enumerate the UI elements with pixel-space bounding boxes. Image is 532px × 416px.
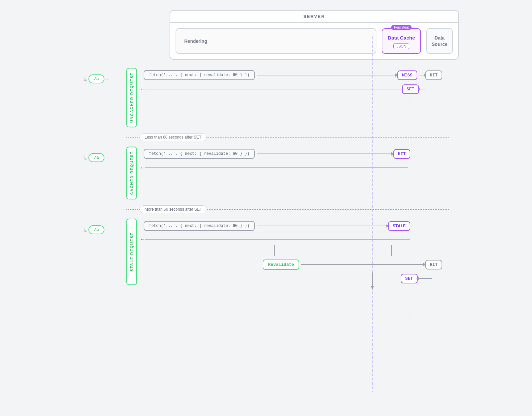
revalidate-badge: Revalidate	[263, 260, 299, 270]
cached-row-2: ←	[141, 161, 449, 174]
stale-flows: fetch('...', { next: { revalidate: 60 } …	[137, 219, 449, 285]
stale-row-1: fetch('...', { next: { revalidate: 60 } …	[141, 219, 449, 233]
stale-request-label: STALE REQUEST	[126, 219, 137, 285]
route-pill-2: /a	[88, 153, 104, 162]
arrow-to-box-1: →	[106, 76, 108, 82]
uncached-row-1: fetch('...', { next: { revalidate: 60 } …	[141, 68, 449, 82]
hit-badge-1: HIT	[425, 70, 442, 80]
fetch-pill-2: fetch('...', { next: { revalidate: 60 } …	[144, 149, 255, 159]
uncached-flows: fetch('...', { next: { revalidate: 60 } …	[137, 68, 449, 96]
fetch-pill-1: fetch('...', { next: { revalidate: 60 } …	[144, 70, 255, 80]
rendering-label: Rendering	[184, 39, 207, 44]
data-cache-title: Data Cache	[388, 35, 415, 41]
stale-badge: STALE	[388, 221, 410, 231]
uncached-row-2: ← SET	[141, 82, 449, 96]
separator-1: Less than 60 seconds after SET	[126, 133, 449, 141]
stale-row-2: ←	[141, 233, 449, 245]
uncached-request-label: UNCACHED REQUEST	[126, 68, 137, 127]
cached-row-1: fetch('...', { next: { revalidate: 60 } …	[141, 147, 449, 161]
uncached-section: ↳ /a → UNCACHED REQUEST fetch('...', { n…	[83, 68, 449, 127]
hit-badge-3: HIT	[425, 260, 442, 269]
arrow-to-box-3: →	[106, 227, 108, 233]
arrow-to-box-2: →	[106, 155, 108, 160]
svg-marker-3	[371, 286, 374, 290]
stale-row-4: SET	[141, 272, 449, 285]
cached-request-label: CACHED REQUEST	[126, 147, 137, 199]
server-container: SERVER Rendering Persistent Data Cache J…	[126, 10, 449, 60]
route-hook-3: ↳	[83, 226, 87, 234]
cached-route-area: ↳ /a →	[83, 147, 126, 162]
set-badge-2: SET	[401, 274, 418, 283]
data-source-label: DataSource	[432, 35, 447, 47]
miss-badge: MISS	[397, 70, 417, 80]
server-label: SERVER	[170, 11, 458, 23]
sep-label-2: More than 60 seconds after SET	[140, 205, 207, 213]
json-badge: JSON	[393, 43, 409, 49]
data-source-box: DataSource	[426, 28, 453, 54]
hit-badge-2: HIT	[393, 149, 410, 159]
route-hook-1: ↳	[83, 75, 87, 83]
rendering-box: Rendering	[176, 28, 376, 54]
diagram-wrapper: SERVER Rendering Persistent Data Cache J…	[83, 10, 449, 285]
set-badge-1: SET	[402, 84, 419, 94]
cached-section: ↳ /a → CACHED REQUEST fetch('...', { nex…	[83, 147, 449, 199]
sep-label-1: Less than 60 seconds after SET	[140, 133, 206, 141]
fetch-pill-3: fetch('...', { next: { revalidate: 60 } …	[144, 221, 255, 231]
stale-route-area: ↳ /a →	[83, 219, 126, 234]
stale-row-3: Revalidate HIT	[141, 257, 449, 272]
route-pill-3: /a	[88, 225, 104, 234]
separator-2: More than 60 seconds after SET	[126, 205, 449, 213]
persistent-badge: Persistent	[391, 25, 411, 30]
data-cache-box: Persistent Data Cache JSON	[382, 28, 421, 54]
stale-down-arrow	[141, 245, 449, 256]
route-hook-2: ↳	[83, 154, 87, 162]
stale-section: ↳ /a → STALE REQUEST fetch('...', { next…	[83, 219, 449, 285]
cached-flows: fetch('...', { next: { revalidate: 60 } …	[137, 147, 449, 174]
route-pill-1: /a	[88, 74, 104, 83]
uncached-route-area: ↳ /a →	[83, 68, 126, 83]
server-box: SERVER Rendering Persistent Data Cache J…	[170, 10, 459, 60]
